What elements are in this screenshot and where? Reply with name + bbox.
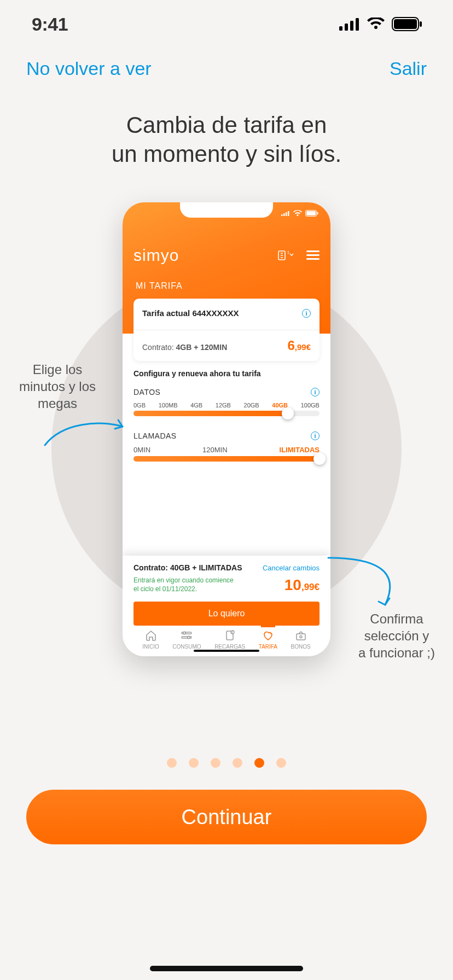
tarifa-price: 6,99€	[287, 338, 311, 353]
tarifa-icon	[262, 630, 274, 642]
config-heading: Configura y renueva ahora tu tarifa	[133, 369, 320, 378]
svg-point-22	[188, 636, 190, 638]
page-dot[interactable]	[276, 758, 286, 768]
svg-rect-26	[297, 634, 305, 640]
svg-rect-6	[420, 21, 422, 27]
dismiss-link[interactable]: No volver a ver	[26, 58, 152, 79]
tick-label: 0MIN	[133, 446, 150, 454]
page-dot[interactable]	[167, 758, 177, 768]
tick-label: 0GB	[133, 402, 146, 409]
datos-slider[interactable]	[133, 411, 320, 416]
tick-label: 4GB	[190, 402, 202, 409]
consumo-icon	[181, 630, 193, 642]
svg-rect-10	[288, 211, 289, 216]
menu-icon[interactable]	[306, 250, 320, 260]
tick-label: 12GB	[216, 402, 231, 409]
pagination-dots	[167, 758, 286, 768]
datos-ticks: 0GB100MB4GB12GB20GB40GB100GB	[133, 402, 320, 409]
effective-date-text: Entrará en vigor cuando comience el cicl…	[133, 576, 237, 593]
svg-rect-5	[394, 19, 417, 29]
datos-label: DATOS	[133, 388, 160, 396]
datos-slider-block: DATOS i 0GB100MB4GB12GB20GB40GB100GB	[133, 388, 320, 416]
callout-left-l2: minutos y los	[19, 379, 96, 394]
tab-bonos[interactable]: BONOS	[291, 630, 311, 650]
phone-home-indicator	[194, 650, 259, 652]
tab-label: RECARGAS	[214, 644, 245, 650]
page-dot[interactable]	[211, 758, 220, 768]
info-icon[interactable]: i	[311, 431, 320, 440]
battery-icon	[392, 17, 422, 31]
slider-thumb[interactable]	[282, 407, 294, 419]
tarifa-description: Contrato: 4GB + 120MIN	[142, 343, 227, 352]
svg-rect-3	[356, 18, 359, 31]
svg-text:€: €	[231, 631, 233, 634]
callout-right-l1: Confirma	[370, 611, 423, 626]
tick-label: ILIMITADAS	[280, 446, 320, 454]
page-dot[interactable]	[254, 758, 264, 768]
callout-right-l2: selección y	[364, 628, 429, 643]
svg-rect-12	[306, 211, 316, 215]
tick-label: 100GB	[301, 402, 320, 409]
llamadas-ticks: 0MIN120MINILIMITADAS	[133, 446, 320, 454]
recargas-icon: €	[224, 630, 236, 642]
svg-rect-2	[350, 21, 353, 31]
svg-rect-7	[281, 214, 283, 216]
brand-logo: simyo	[133, 246, 179, 265]
svg-rect-1	[345, 24, 348, 31]
wifi-icon	[367, 18, 385, 31]
info-icon[interactable]: i	[311, 388, 320, 396]
status-time: 9:41	[32, 14, 68, 35]
summary-price: 10,99€	[284, 576, 320, 594]
cellular-icon	[339, 18, 360, 31]
callout-right-l3: a funcionar ;)	[358, 645, 435, 660]
svg-point-21	[183, 632, 185, 634]
inicio-icon	[145, 630, 157, 642]
summary-panel: Contrato: 40GB + ILIMITADAS Cancelar cam…	[123, 556, 330, 656]
device-home-indicator	[150, 966, 303, 971]
divider	[133, 330, 320, 330]
page-dot[interactable]	[233, 758, 242, 768]
svg-point-27	[300, 636, 302, 638]
callout-right: Confirma selección y a funcionar ;)	[350, 610, 443, 662]
config-section: Configura y renueva ahora tu tarifa DATO…	[133, 369, 320, 477]
device-status-bar: 9:41	[0, 0, 453, 48]
phone-header: simyo 1 MI TARIFA Tarifa actual 644XXXXX…	[123, 202, 330, 334]
tab-label: BONOS	[291, 644, 311, 650]
tab-consumo[interactable]: CONSUMO	[172, 630, 201, 650]
exit-link[interactable]: Salir	[390, 58, 427, 79]
tab-recargas[interactable]: €RECARGAS	[214, 630, 245, 650]
lo-quiero-button[interactable]: Lo quiero	[133, 602, 320, 626]
tab-label: INICIO	[142, 644, 159, 650]
mini-cellular-icon	[281, 211, 290, 216]
status-icons	[339, 17, 422, 31]
continue-button[interactable]: Continuar	[26, 790, 427, 844]
mini-battery-icon	[305, 210, 318, 217]
info-icon[interactable]: i	[302, 309, 311, 318]
tick-label: 20GB	[244, 402, 259, 409]
page-title: Cambia de tarifa en un momento y sin lío…	[0, 111, 453, 168]
tick-label: 120MIN	[202, 446, 228, 454]
svg-rect-18	[306, 258, 320, 260]
phone-screen: simyo 1 MI TARIFA Tarifa actual 644XXXXX…	[123, 202, 330, 656]
phone-mockup: simyo 1 MI TARIFA Tarifa actual 644XXXXX…	[123, 202, 330, 656]
section-title: MI TARIFA	[136, 281, 183, 291]
cancel-changes-link[interactable]: Cancelar cambios	[263, 564, 320, 572]
svg-rect-8	[283, 213, 285, 216]
notch	[180, 202, 273, 218]
mini-status-icons	[281, 210, 318, 217]
llamadas-slider[interactable]	[133, 456, 320, 462]
tab-label: CONSUMO	[172, 644, 201, 650]
svg-rect-17	[306, 254, 320, 256]
arrow-left-icon	[40, 417, 128, 450]
page-dot[interactable]	[189, 758, 199, 768]
summary-contract: Contrato: 40GB + ILIMITADAS	[133, 563, 242, 572]
arrow-right-icon	[325, 553, 413, 614]
slider-thumb[interactable]	[313, 453, 326, 465]
tab-inicio[interactable]: INICIO	[142, 630, 159, 650]
tab-tarifa[interactable]: TARIFA	[259, 630, 277, 650]
svg-text:1: 1	[287, 250, 289, 254]
tick-label: 100MB	[159, 402, 178, 409]
callout-left-l3: megas	[38, 396, 77, 411]
header-actions: No volver a ver Salir	[0, 48, 453, 79]
sim-select-icon[interactable]: 1	[278, 249, 297, 261]
